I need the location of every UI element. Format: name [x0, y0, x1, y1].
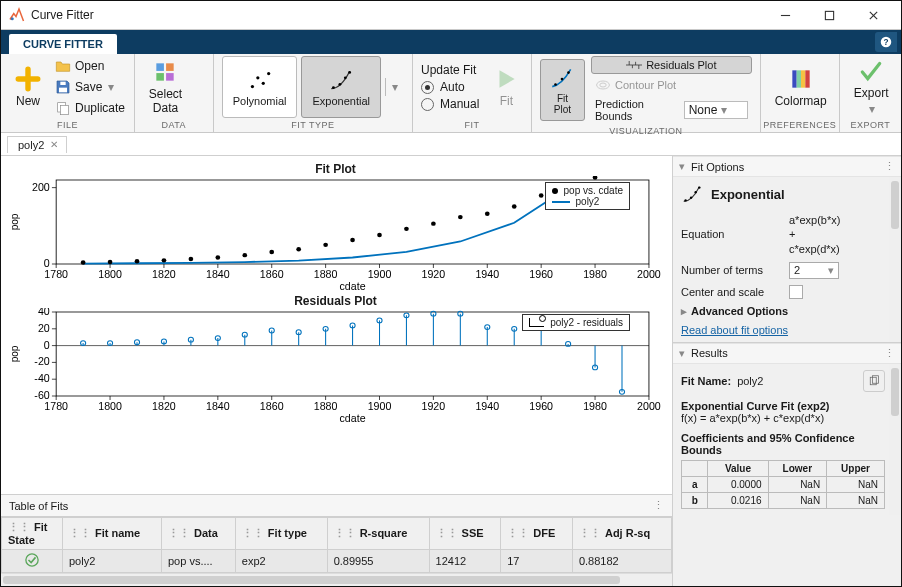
- expand-icon[interactable]: ▸: [681, 305, 687, 318]
- svg-text:0: 0: [44, 340, 50, 351]
- table-row: a0.0000NaNNaN: [682, 476, 885, 492]
- fit-plot[interactable]: 1780180018201840186018801900192019401960…: [5, 176, 666, 292]
- num-terms-dropdown[interactable]: 2▾: [789, 262, 839, 279]
- open-button[interactable]: Open: [51, 56, 129, 76]
- svg-point-25: [568, 71, 571, 74]
- tab-curve-fitter[interactable]: CURVE FITTER: [9, 34, 117, 54]
- fit-kind-label: Exponential: [711, 187, 785, 202]
- minimize-button[interactable]: [763, 1, 807, 29]
- export-button[interactable]: Export▾: [848, 56, 895, 118]
- chevron-down-icon: ▾: [828, 264, 834, 277]
- svg-rect-7: [59, 88, 67, 93]
- radio-auto[interactable]: Auto: [421, 80, 479, 94]
- svg-text:1860: 1860: [260, 401, 284, 412]
- svg-text:2000: 2000: [637, 269, 661, 280]
- fittype-polynomial[interactable]: Polynomial: [222, 56, 298, 118]
- save-button[interactable]: Save▾: [51, 77, 129, 97]
- read-about-link[interactable]: Read about fit options: [681, 324, 788, 336]
- kebab-menu-icon[interactable]: ⋮: [884, 347, 895, 360]
- svg-text:1940: 1940: [475, 401, 499, 412]
- residuals-icon: [626, 58, 642, 72]
- svg-point-74: [242, 253, 247, 257]
- svg-point-175: [698, 186, 700, 188]
- copy-button[interactable]: [863, 370, 885, 392]
- select-data-label: Select Data: [149, 87, 182, 115]
- contour-plot-toggle[interactable]: Contour Plot: [591, 76, 752, 94]
- svg-text:pop: pop: [9, 213, 20, 230]
- svg-text:1780: 1780: [44, 269, 68, 280]
- fit-button[interactable]: Fit: [487, 64, 525, 110]
- svg-text:200: 200: [32, 182, 50, 193]
- maximize-button[interactable]: [807, 1, 851, 29]
- help-button[interactable]: ?: [875, 32, 897, 52]
- collapse-icon[interactable]: ▾: [679, 347, 685, 360]
- svg-rect-33: [792, 70, 796, 87]
- svg-point-81: [431, 221, 436, 225]
- fits-table[interactable]: ⋮⋮Fit State ⋮⋮Fit name ⋮⋮Data ⋮⋮Fit type…: [1, 517, 672, 573]
- svg-point-18: [267, 72, 270, 75]
- svg-rect-11: [157, 63, 165, 71]
- close-button[interactable]: [851, 1, 895, 29]
- select-data-button[interactable]: Select Data: [143, 57, 188, 117]
- svg-text:1800: 1800: [98, 269, 122, 280]
- fit-plot-toggle[interactable]: Fit Plot: [540, 59, 585, 121]
- svg-point-172: [684, 199, 686, 201]
- select-data-icon: [152, 59, 178, 85]
- svg-text:1800: 1800: [98, 401, 122, 412]
- close-icon[interactable]: ✕: [50, 139, 58, 150]
- export-check-icon: [858, 58, 884, 84]
- doc-tab-poly2[interactable]: poly2 ✕: [7, 136, 67, 153]
- svg-text:1960: 1960: [529, 401, 553, 412]
- table-of-fits-title: Table of Fits: [9, 500, 68, 512]
- collapse-icon[interactable]: ▾: [679, 160, 685, 173]
- results-panel: ▾Results⋮ Fit Name: poly2 Exponential Cu…: [673, 343, 901, 587]
- svg-point-19: [332, 86, 335, 89]
- radio-manual[interactable]: Manual: [421, 97, 479, 111]
- residuals-plot[interactable]: 1780180018201840186018801900192019401960…: [5, 308, 666, 424]
- matlab-logo-icon: [7, 6, 25, 24]
- svg-point-68: [81, 260, 86, 264]
- residuals-legend: poly2 - residuals: [522, 314, 630, 331]
- svg-text:20: 20: [38, 323, 50, 334]
- svg-rect-8: [60, 82, 65, 85]
- svg-rect-35: [801, 70, 805, 87]
- svg-text:1920: 1920: [422, 269, 446, 280]
- duplicate-button[interactable]: Duplicate: [51, 98, 129, 118]
- prediction-bounds-dropdown[interactable]: None▾: [684, 101, 748, 119]
- svg-text:pop: pop: [9, 345, 20, 362]
- svg-text:40: 40: [38, 308, 50, 317]
- fittype-gallery-dropdown[interactable]: ▾: [385, 78, 404, 96]
- table-row[interactable]: poly2 pop vs.... exp2 0.89955 12412 17 0…: [2, 550, 672, 573]
- svg-text:1900: 1900: [368, 401, 392, 412]
- svg-text:-20: -20: [34, 357, 50, 368]
- svg-text:1960: 1960: [529, 269, 553, 280]
- svg-point-83: [485, 212, 490, 216]
- fit-plot-title: Fit Plot: [5, 162, 666, 176]
- new-button[interactable]: New: [9, 64, 47, 110]
- kebab-menu-icon[interactable]: ⋮: [884, 160, 895, 173]
- polynomial-icon: [247, 67, 273, 93]
- center-scale-checkbox[interactable]: [789, 285, 803, 299]
- svg-text:1860: 1860: [260, 269, 284, 280]
- status-ok-icon: [25, 557, 39, 569]
- svg-point-23: [555, 83, 558, 86]
- fit-plot-legend: pop vs. cdate poly2: [545, 182, 630, 210]
- exponential-icon: [681, 183, 703, 205]
- svg-text:1980: 1980: [583, 269, 607, 280]
- toolstrip: New Open Save▾ Duplicate FILE Select Dat…: [1, 54, 901, 133]
- vertical-scrollbar[interactable]: [889, 364, 901, 515]
- fittype-exponential[interactable]: Exponential: [301, 56, 381, 118]
- advanced-options[interactable]: Advanced Options: [691, 305, 788, 317]
- new-plus-icon: [15, 66, 41, 92]
- kebab-menu-icon[interactable]: ⋮: [653, 499, 664, 512]
- svg-point-87: [593, 176, 598, 180]
- horizontal-scrollbar[interactable]: [1, 573, 672, 587]
- colormap-button[interactable]: Colormap: [769, 64, 833, 110]
- update-fit-label: Update Fit: [421, 63, 479, 77]
- vertical-scrollbar[interactable]: [889, 177, 901, 342]
- residuals-plot-toggle[interactable]: Residuals Plot: [591, 56, 752, 74]
- svg-text:1880: 1880: [314, 269, 338, 280]
- svg-text:0: 0: [44, 258, 50, 269]
- svg-point-73: [215, 255, 220, 259]
- svg-text:1900: 1900: [368, 269, 392, 280]
